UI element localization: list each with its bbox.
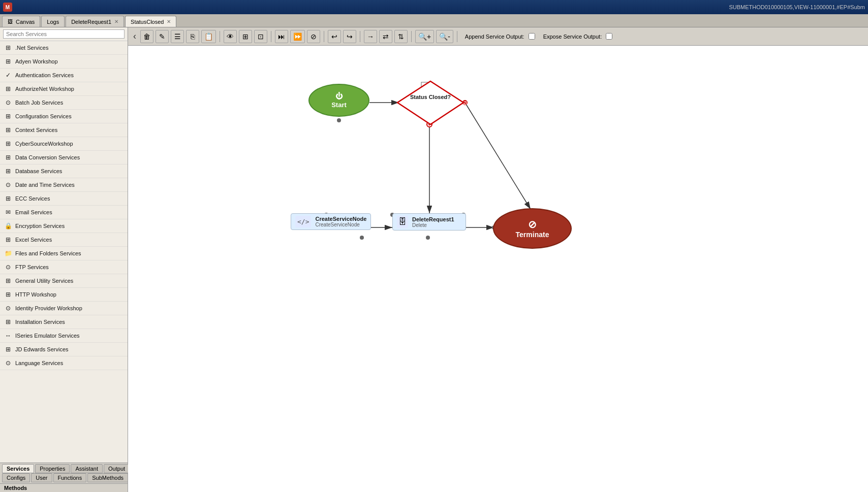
start-label: Start [331, 101, 347, 109]
tab-deleterequest1[interactable]: DeleteRequest1 ✕ [66, 16, 124, 27]
create-node-icon: </> [295, 216, 311, 227]
sidebar-item-datetime[interactable]: ⊙Date and Time Services [0, 178, 128, 192]
redo-btn[interactable]: ↪ [343, 30, 356, 43]
service-icon-authorizenet: ⊞ [4, 85, 12, 93]
sidebar-item-dataconv[interactable]: ⊞Data Conversion Services [0, 151, 128, 165]
sidebar-item-dotnet[interactable]: ⊞.Net Services [0, 41, 128, 55]
bottom-tab-row2: ConfigsUserFunctionsSubMethods [0, 473, 128, 483]
export-btn[interactable]: ⊡ [254, 30, 267, 43]
bottom-tab-functions[interactable]: Functions [53, 473, 87, 482]
bottom-tab-assistant[interactable]: Assistant [71, 464, 103, 473]
skip-btn[interactable]: ⏩ [290, 30, 305, 43]
tab-bar: 🖼 Canvas Logs DeleteRequest1 ✕ StatusClo… [0, 14, 868, 27]
service-icon-http: ⊞ [4, 290, 12, 299]
stop-btn[interactable]: ⊘ [307, 30, 320, 43]
sidebar-item-email[interactable]: ✉Email Services [0, 206, 128, 219]
bottom-tab-user[interactable]: User [31, 473, 52, 482]
sep5 [411, 31, 412, 42]
service-icon-ecc: ⊞ [4, 194, 12, 203]
sidebar-item-ftp[interactable]: ⊙FTP Services [0, 260, 128, 274]
bottom-tab-submethods[interactable]: SubMethods [87, 473, 128, 482]
create-node-box[interactable]: </> CreateServiceNode CreateServiceNode [291, 213, 371, 230]
paste-btn[interactable]: 📋 [201, 30, 216, 43]
create-service-node[interactable]: </> CreateServiceNode CreateServiceNode [291, 213, 371, 230]
list-btn[interactable]: ☰ [171, 30, 184, 43]
bottom-tab-output[interactable]: Output [104, 464, 130, 473]
service-label-database: Database Services [15, 168, 62, 174]
search-input[interactable] [3, 29, 125, 39]
sidebar-item-cybersource[interactable]: ⊞CyberSourceWorkshop [0, 137, 128, 151]
service-label-generalutil: General Utility Services [15, 278, 73, 284]
power-icon: ⏻ [335, 92, 343, 100]
arrow-right-btn[interactable]: → [364, 30, 377, 43]
sidebar-item-encryption[interactable]: 🔒Encryption Services [0, 219, 128, 233]
tab-statusclosed[interactable]: StatusClosed ✕ [125, 16, 176, 27]
sidebar-item-authorizenet[interactable]: ⊞AuthorizeNet Workshop [0, 82, 128, 96]
close-deleterequest1[interactable]: ✕ [114, 19, 118, 24]
service-label-adyen: Adyen Workshop [15, 58, 58, 64]
tab-canvas[interactable]: 🖼 Canvas [2, 16, 40, 27]
sidebar-item-identity[interactable]: ⊙Identity Provider Workshop [0, 302, 128, 315]
delete-btn[interactable]: 🗑 [140, 30, 153, 43]
sidebar-item-language[interactable]: ⊙Language Services [0, 356, 128, 370]
close-statusclosed[interactable]: ✕ [167, 19, 171, 24]
service-icon-dotnet: ⊞ [4, 44, 12, 52]
undo-btn[interactable]: ↩ [328, 30, 341, 43]
methods-label: Methods [0, 483, 128, 492]
sidebar-item-iseries[interactable]: ↔ISeries Emulator Services [0, 329, 128, 343]
sidebar-item-generalutil[interactable]: ⊞General Utility Services [0, 274, 128, 288]
bottom-tab-configs[interactable]: Configs [2, 473, 30, 482]
decision-node[interactable]: Status Closed? [395, 79, 466, 127]
start-ellipse[interactable]: ⏻ Start [308, 84, 369, 117]
service-icon-encryption: 🔒 [4, 222, 12, 230]
service-icon-excel: ⊞ [4, 236, 12, 244]
sidebar-item-auth[interactable]: ✓Authentication Services [0, 69, 128, 82]
sidebar-item-excel[interactable]: ⊞Excel Services [0, 233, 128, 247]
service-icon-jdedwards: ⊞ [4, 345, 12, 353]
bottom-tabs: ServicesPropertiesAssistantOutput Config… [0, 463, 128, 492]
sidebar-item-config[interactable]: ⊞Configuration Services [0, 110, 128, 123]
sidebar-item-jdedwards[interactable]: ⊞JD Edwards Services [0, 343, 128, 356]
service-icon-language: ⊙ [4, 359, 12, 367]
eye-btn[interactable]: 👁 [224, 30, 237, 43]
service-icon-batchjob: ⊙ [4, 99, 12, 107]
back-arrow[interactable]: ‹ [131, 30, 138, 43]
sidebar-item-context[interactable]: ⊞Context Services [0, 123, 128, 137]
start-node[interactable]: ⏻ Start [308, 84, 369, 117]
svg-line-3 [465, 103, 531, 209]
title-bar: M SUBMETHOD010000105,VIEW-11000001,#EP#S… [0, 0, 868, 14]
sidebar-item-ecc[interactable]: ⊞ECC Services [0, 192, 128, 206]
grid-btn[interactable]: ⊞ [239, 30, 252, 43]
copy-btn[interactable]: ⎘ [186, 30, 199, 43]
terminate-ellipse[interactable]: ⊘ Terminate [493, 208, 572, 249]
edit-btn[interactable]: ✎ [156, 30, 169, 43]
bottom-tab-services[interactable]: Services [2, 464, 34, 473]
append-checkbox[interactable] [529, 33, 535, 40]
create-node-text: CreateServiceNode CreateServiceNode [315, 216, 366, 227]
sidebar-item-database[interactable]: ⊞Database Services [0, 165, 128, 178]
swap-btn[interactable]: ⇅ [394, 30, 408, 43]
sidebar-item-files[interactable]: 📁Files and Folders Services [0, 247, 128, 260]
sidebar-item-batchjob[interactable]: ⊙Batch Job Services [0, 96, 128, 110]
service-icon-ftp: ⊙ [4, 263, 12, 271]
sidebar-item-install[interactable]: ⊞Installation Services [0, 315, 128, 329]
sep4 [360, 31, 360, 42]
terminate-icon: ⊘ [528, 218, 537, 231]
sidebar-item-http[interactable]: ⊞HTTP Workshop [0, 288, 128, 302]
service-label-dataconv: Data Conversion Services [15, 154, 80, 160]
zoom-out-btn[interactable]: 🔍- [436, 30, 453, 43]
delete-request-node[interactable]: 🗄 DeleteRequest1 Delete [392, 213, 466, 231]
bottom-tab-properties[interactable]: Properties [35, 464, 70, 473]
delete-node-box[interactable]: 🗄 DeleteRequest1 Delete [392, 213, 466, 231]
tab-logs[interactable]: Logs [41, 16, 65, 27]
ff-btn[interactable]: ⏭ [275, 30, 288, 43]
service-label-jdedwards: JD Edwards Services [15, 346, 69, 352]
service-icon-adyen: ⊞ [4, 57, 12, 65]
service-label-auth: Authentication Services [15, 72, 74, 78]
terminate-node[interactable]: ⊘ Terminate [493, 208, 572, 249]
sidebar-item-adyen[interactable]: ⊞Adyen Workshop [0, 55, 128, 69]
arrow-both-btn[interactable]: ⇄ [379, 30, 392, 43]
expose-checkbox[interactable] [606, 33, 612, 40]
zoom-in-btn[interactable]: 🔍+ [415, 30, 434, 43]
service-label-encryption: Encryption Services [15, 223, 65, 229]
